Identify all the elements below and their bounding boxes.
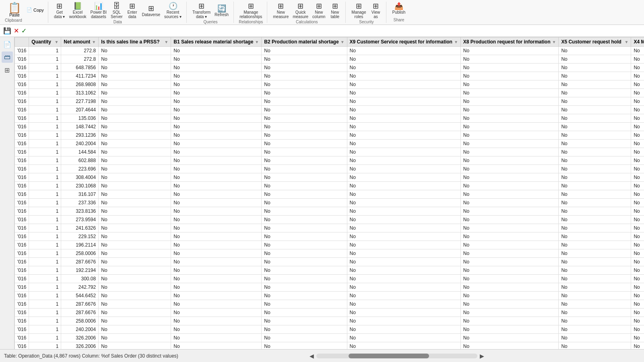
- cancel-icon[interactable]: ✕: [14, 27, 19, 35]
- refresh-button[interactable]: 🔄 Refresh: [213, 4, 230, 18]
- table-cell: 1: [29, 224, 61, 232]
- table-cell: 240.2004: [61, 140, 99, 148]
- prss-filter-icon[interactable]: ▼: [164, 40, 168, 44]
- table-cell: No: [262, 232, 347, 241]
- table-row: '0161323.8136NoNoNoNoNoNoNoNo: [15, 207, 644, 216]
- table-cell: No: [347, 72, 460, 80]
- quantity-filter-icon[interactable]: ▼: [54, 40, 58, 44]
- sql-button[interactable]: 🗄 SQLServer: [109, 2, 124, 20]
- col-header-prss[interactable]: Is this sales line a PRSS? ▼: [99, 37, 171, 47]
- table-cell: No: [262, 300, 347, 309]
- col-header-x8[interactable]: X8 Production request for information ▼: [460, 37, 559, 47]
- transform-button[interactable]: ⊞ Transformdata ▾: [191, 2, 212, 20]
- table-cell: '016: [15, 224, 29, 232]
- new-table-button[interactable]: ⊞ Newtable: [328, 2, 342, 20]
- table-cell: No: [559, 300, 631, 309]
- scroll-left-arrow[interactable]: ◀: [310, 353, 314, 359]
- horizontal-scrollbar-track[interactable]: [316, 354, 477, 358]
- enter-data-button[interactable]: ⊞ Enterdata: [125, 2, 140, 20]
- table-cell: No: [99, 325, 171, 334]
- horizontal-scrollbar-thumb[interactable]: [349, 354, 429, 358]
- x9-filter-icon[interactable]: ▼: [454, 40, 458, 44]
- table-cell: No: [631, 89, 644, 97]
- manage-rel-button[interactable]: ⊞ Managerelationships: [238, 2, 264, 20]
- col-header-x5[interactable]: X5 Customer request hold ▼: [559, 37, 631, 47]
- net-amount-filter-icon[interactable]: ▼: [92, 40, 96, 44]
- table-cell: 1: [29, 47, 61, 55]
- model-view-icon[interactable]: ⊞: [2, 64, 13, 76]
- table-cell: No: [262, 106, 347, 114]
- col-header-quantity[interactable]: Quantity ▼: [29, 37, 61, 47]
- table-cell: 1: [29, 156, 61, 165]
- sql-icon: 🗄: [113, 2, 120, 10]
- view-as-button[interactable]: ⊞ Viewas: [368, 2, 383, 20]
- table-cell: No: [171, 165, 262, 173]
- table-cell: No: [631, 249, 644, 258]
- table-cell: No: [99, 266, 171, 275]
- col-header-row-num[interactable]: [15, 37, 29, 47]
- get-data-button[interactable]: ⊞ Getdata ▾: [52, 2, 67, 20]
- data-view-icon[interactable]: 🗃: [2, 51, 13, 63]
- table-cell: 1: [29, 80, 61, 89]
- table-cell: No: [347, 55, 460, 64]
- table-cell: No: [262, 114, 347, 123]
- table-cell: '016: [15, 97, 29, 106]
- table-cell: No: [262, 89, 347, 97]
- copy-button[interactable]: 📄 Copy: [25, 6, 45, 13]
- table-cell: No: [347, 199, 460, 207]
- table-row: '0161411.7234NoNoNoNoNoNoNoNo: [15, 72, 644, 80]
- table-cell: '016: [15, 80, 29, 89]
- share-row: 📤 Publish: [390, 2, 407, 15]
- table-cell: 144.584: [61, 148, 99, 156]
- table-cell: No: [559, 72, 631, 80]
- col-header-b1[interactable]: B1 Sales release material shortage ▼: [171, 37, 262, 47]
- security-row: ⊞ Manageroles ⊞ Viewas: [350, 2, 383, 20]
- scroll-right-arrow[interactable]: ▶: [480, 353, 484, 359]
- table-cell: No: [171, 131, 262, 140]
- new-measure-button[interactable]: ⊞ Newmeasure: [271, 2, 290, 20]
- table-cell: No: [347, 283, 460, 292]
- b1-filter-icon[interactable]: ▼: [255, 40, 259, 44]
- x8-filter-icon[interactable]: ▼: [552, 40, 556, 44]
- table-cell: No: [460, 106, 559, 114]
- report-view-icon[interactable]: 📄: [2, 39, 13, 50]
- data-row: ⊞ Getdata ▾ 📗 Excelworkbook 📊 Power BIda…: [52, 2, 183, 20]
- table-cell: 411.7234: [61, 72, 99, 80]
- new-column-button[interactable]: ⊞ Newcolumn: [311, 2, 327, 20]
- table-cell: No: [99, 232, 171, 241]
- col-header-x4[interactable]: X4 Material shortage post ▼: [631, 37, 644, 47]
- x5-filter-icon[interactable]: ▼: [625, 40, 629, 44]
- manage-roles-button[interactable]: ⊞ Manageroles: [350, 2, 367, 20]
- table-cell: No: [99, 47, 171, 55]
- publish-button[interactable]: 📤 Publish: [390, 2, 407, 15]
- dataverse-button[interactable]: ⊞ Dataverse: [140, 4, 162, 18]
- table-header-row: Quantity ▼ Net amount ▼ Is this sales li…: [15, 37, 644, 47]
- col-header-b2[interactable]: B2 Production material shortage ▼: [262, 37, 347, 47]
- table-cell: No: [631, 190, 644, 199]
- col-header-x9[interactable]: X9 Customer Service request for informat…: [347, 37, 460, 47]
- table-container[interactable]: Quantity ▼ Net amount ▼ Is this sales li…: [14, 37, 644, 349]
- confirm-icon[interactable]: ✓: [21, 27, 27, 35]
- table-row: '0161272.8NoNoNoNoNoNoNoNo: [15, 47, 644, 55]
- table-cell: '016: [15, 89, 29, 97]
- table-cell: No: [460, 140, 559, 148]
- recent-sources-button[interactable]: 🕐 Recentsources ▾: [163, 2, 183, 20]
- powerbi-button[interactable]: 📊 Power BIdatasets: [89, 2, 109, 20]
- save-icon[interactable]: 💾: [3, 27, 11, 35]
- table-cell: No: [559, 165, 631, 173]
- quick-measure-button[interactable]: ⊞ Quickmeasure: [291, 2, 310, 20]
- col-header-net-amount[interactable]: Net amount ▼: [61, 37, 99, 47]
- table-cell: No: [262, 156, 347, 165]
- table-cell: 242.792: [61, 283, 99, 292]
- table-cell: No: [99, 80, 171, 89]
- b2-filter-icon[interactable]: ▼: [341, 40, 345, 44]
- paste-button[interactable]: 📋 Paste: [5, 2, 24, 18]
- table-cell: 1: [29, 173, 61, 182]
- table-cell: No: [99, 300, 171, 309]
- table-cell: No: [559, 173, 631, 182]
- excel-button[interactable]: 📗 Excelworkbook: [68, 2, 88, 20]
- table-row: '0161258.0006NoNoNoNoNoNoNoNo: [15, 317, 644, 325]
- table-cell: No: [262, 224, 347, 232]
- table-cell: 135.036: [61, 114, 99, 123]
- table-cell: No: [347, 325, 460, 334]
